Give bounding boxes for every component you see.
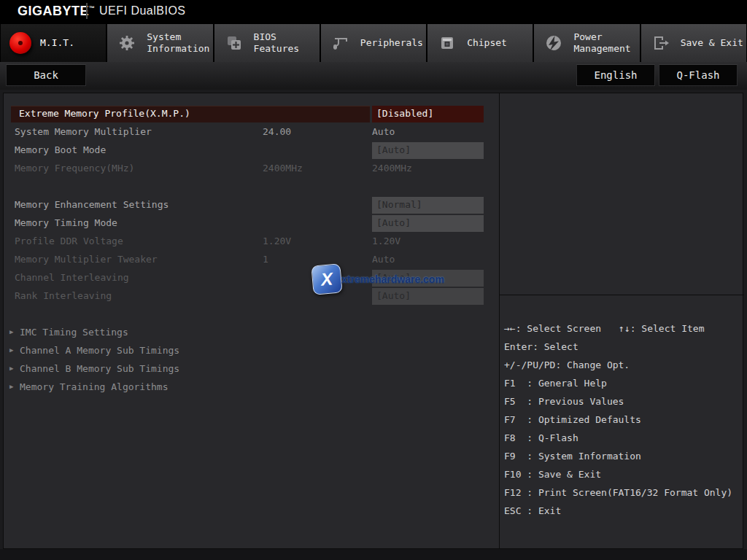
main-panel: Extreme Memory Profile(X.M.P.) [Disabled… [3,93,743,549]
tab-peripherals[interactable]: Peripherals [321,24,426,62]
setting-current: 2400MHz [263,163,303,174]
key-legend-line: →←: Select Screen↑↓: Select Item [504,323,744,341]
key-legend-line: +/-/PU/PD: Change Opt. [504,359,744,378]
chipset-icon [427,34,467,52]
key-legend-line: F1 : General Help [504,378,744,396]
triangle-right-icon: ▶ [9,346,13,354]
setting-row-memory-timing-mode[interactable]: Memory Timing Mode [Auto] [4,214,499,233]
submenu-memory-training[interactable]: ▶ Memory Training Algorithms [4,378,499,397]
setting-row-memory-enhancement[interactable]: Memory Enhancement Settings [Normal] [4,196,499,214]
exit-door-icon [641,34,681,52]
qflash-button[interactable]: Q-Flash [659,64,738,86]
submenu-channel-a-timings[interactable]: ▶ Channel A Memory Sub Timings [4,342,499,360]
peripherals-icon [321,34,360,52]
bios-screen: GIGABYTE™ UEFI DualBIOS M.I.T. [0,0,747,560]
triangle-right-icon: ▶ [9,383,13,390]
setting-row-profile-ddr-voltage: Profile DDR Voltage 1.20V 1.20V [4,233,499,251]
watermark-x-icon: X [311,263,342,295]
key-legend-line: F10 : Save & Exit [504,469,744,487]
title-bar: GIGABYTE™ UEFI DualBIOS [0,0,747,22]
key-legend: →←: Select Screen↑↓: Select Item Enter: … [500,296,744,524]
row-spacer [4,306,499,324]
watermark: X xtremehardware.com [312,265,480,297]
key-legend-line: F9 : System Information [504,451,744,469]
tab-power-management[interactable]: Power Management [534,24,639,62]
submenu-imc-timing[interactable]: ▶ IMC Timing Settings [4,324,499,342]
setting-value[interactable]: [Auto] [372,215,484,232]
mit-icon [1,32,40,54]
tab-system-information[interactable]: System Information [107,24,212,62]
gear-icon [107,34,147,52]
row-spacer [4,178,499,196]
key-legend-line: F8 : Q-Flash [504,432,744,451]
setting-value[interactable]: [Disabled] [372,106,484,122]
key-legend-line: F12 : Print Screen(FAT16/32 Format Only) [504,487,744,505]
bios-chip-icon [214,34,254,52]
setting-value: Auto [372,126,395,137]
setting-row-xmp[interactable]: Extreme Memory Profile(X.M.P.) [Disabled… [4,105,499,123]
setting-value[interactable]: [Auto] [372,142,484,159]
tab-bar: M.I.T. System Information [0,22,747,62]
tab-mit[interactable]: M.I.T. [1,24,106,62]
logo-divider [86,3,88,19]
watermark-text: xtremehardware.com [341,273,444,285]
setting-value: 2400MHz [372,163,412,174]
back-button[interactable]: Back [6,64,86,86]
key-legend-line: F7 : Optimized Defaults [504,414,744,432]
tab-save-exit[interactable]: Save & Exit [641,24,746,62]
language-button[interactable]: English [576,64,655,86]
setting-value: 1.20V [372,236,400,246]
setting-row-memory-multiplier[interactable]: System Memory Multiplier 24.00 Auto [4,123,499,141]
key-legend-line: ESC : Exit [504,505,744,524]
key-legend-line: F5 : Previous Values [504,396,744,414]
triangle-right-icon: ▶ [9,328,13,335]
setting-row-memory-boot-mode[interactable]: Memory Boot Mode [Auto] [4,141,499,160]
settings-list: Extreme Memory Profile(X.M.P.) [Disabled… [4,93,499,548]
lightning-icon [534,34,573,52]
tab-chipset[interactable]: Chipset [427,24,533,62]
key-legend-line: Enter: Select [504,341,744,359]
setting-value: Auto [372,254,395,265]
setting-current: 1 [263,254,268,265]
footer-strip [0,549,747,560]
triangle-right-icon: ▶ [9,365,13,372]
help-panel: →←: Select Screen↑↓: Select Item Enter: … [499,93,743,548]
gigabyte-logo: GIGABYTE™ [18,4,96,19]
setting-value[interactable]: [Normal] [372,197,484,214]
item-description-box [500,93,744,295]
product-title: UEFI DualBIOS [99,4,186,18]
setting-row-memory-frequency: Memory Frequency(MHz) 2400MHz 2400MHz [4,160,499,178]
setting-current: 24.00 [263,126,291,137]
sub-header: Back English Q-Flash [0,62,747,90]
tab-bios-features[interactable]: BIOS Features [214,24,320,62]
setting-current: 1.20V [263,236,291,246]
submenu-channel-b-timings[interactable]: ▶ Channel B Memory Sub Timings [4,360,499,378]
